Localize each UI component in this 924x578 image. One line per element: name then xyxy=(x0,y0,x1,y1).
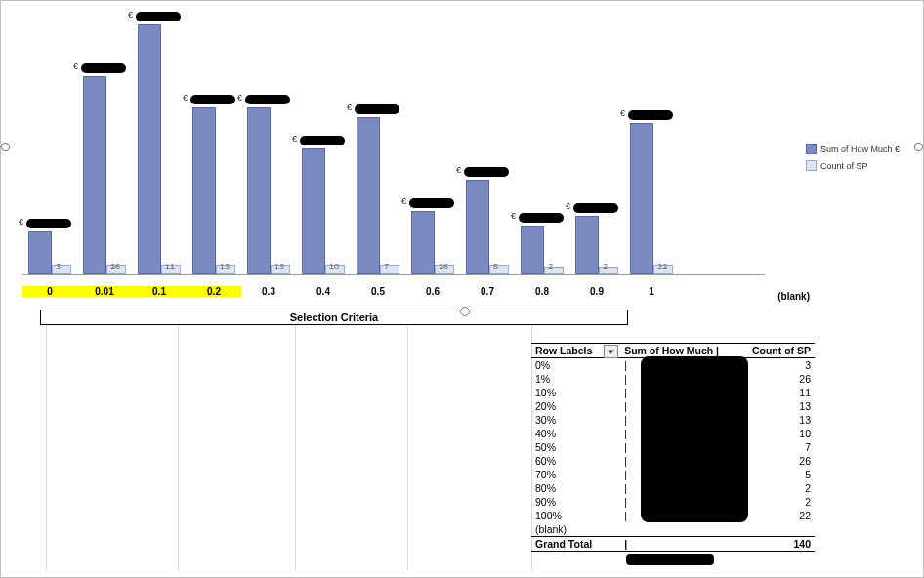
redaction-mark xyxy=(628,110,673,120)
bar-sum[interactable] xyxy=(411,211,435,274)
pivot-row-label: 10% xyxy=(531,386,620,399)
x-axis-tick-label: 0.5 xyxy=(351,286,405,297)
pivot-count-cell: 26 xyxy=(740,454,815,468)
pivot-count-cell: 26 xyxy=(740,372,815,386)
table-row-grand-total[interactable]: Grand Total|140 xyxy=(531,537,815,552)
x-axis-tick-label: 0.7 xyxy=(460,286,515,297)
pivot-grand-count: 140 xyxy=(740,537,815,552)
redaction-mark xyxy=(573,203,618,213)
pivot-count-cell: 3 xyxy=(740,358,815,373)
table-row-blank[interactable]: (blank) xyxy=(531,522,815,537)
chart-category[interactable]: €26 xyxy=(405,7,460,275)
pivot-row-label: 90% xyxy=(531,495,620,509)
pivot-row-label: 50% xyxy=(531,440,620,454)
pivot-count-cell: 5 xyxy=(740,468,815,481)
x-axis-tick-label: 0.01 xyxy=(77,286,132,297)
x-axis-tick-label: 0 xyxy=(22,286,77,297)
legend-swatch-icon xyxy=(806,160,817,171)
chart-category[interactable]: €3 xyxy=(22,7,77,275)
x-axis-labels: 00.010.10.20.30.40.50.60.70.80.91 xyxy=(22,286,765,302)
legend-label: Sum of How Much € xyxy=(820,144,900,154)
bar-sum[interactable] xyxy=(192,107,216,274)
chart-category[interactable]: €13 xyxy=(187,7,241,275)
pivot-count-cell: 2 xyxy=(740,481,815,495)
legend-label: Count of SP xyxy=(820,161,868,171)
redaction-mark xyxy=(81,63,126,73)
redaction-mark xyxy=(136,12,181,21)
redaction-mark xyxy=(355,104,399,114)
chart-plot-area: €3€26€11€13€13€10€7€26€5€2€2€22 xyxy=(22,7,765,275)
chart-resize-handle-s[interactable] xyxy=(460,307,470,316)
pivot-row-label: 40% xyxy=(531,427,620,440)
pivot-count-cell: 10 xyxy=(740,427,815,440)
chart-category[interactable]: €2 xyxy=(515,7,569,275)
bar-sum[interactable] xyxy=(466,180,489,274)
pivot-count-cell: 22 xyxy=(740,509,815,522)
x-axis-blank-label: (blank) xyxy=(777,291,810,302)
pivot-row-label: 80% xyxy=(531,481,620,495)
pivot-row-label: 20% xyxy=(531,399,620,413)
pivot-row-label: 60% xyxy=(531,454,620,468)
chart-category[interactable]: €5 xyxy=(460,7,515,275)
bar-sum[interactable] xyxy=(357,117,380,274)
legend-item-count[interactable]: Count of SP xyxy=(806,160,907,171)
redaction-mark xyxy=(190,95,235,104)
chart-category[interactable]: €26 xyxy=(77,7,132,275)
bar-sum[interactable] xyxy=(521,226,544,274)
x-axis-tick-label: 1 xyxy=(624,286,679,297)
row-labels-filter-button[interactable] xyxy=(604,345,618,358)
redaction-mark xyxy=(26,219,71,228)
app-window: €3€26€11€13€13€10€7€26€5€2€2€22 00.010.1… xyxy=(0,0,924,578)
selection-criteria-label: Selection Criteria xyxy=(290,311,378,323)
bar-sum[interactable] xyxy=(630,123,653,274)
legend-item-sum[interactable]: Sum of How Much € xyxy=(806,144,907,154)
redaction-mark xyxy=(464,167,509,177)
x-axis-tick-label: 0.2 xyxy=(187,286,241,297)
chart-category[interactable]: €7 xyxy=(351,7,405,275)
redaction-mark xyxy=(641,356,748,522)
redaction-mark xyxy=(300,136,345,145)
legend-swatch-icon xyxy=(806,144,817,154)
chart-category[interactable]: €10 xyxy=(296,7,351,275)
bar-sum[interactable] xyxy=(138,24,161,274)
x-axis-tick-label: 0.4 xyxy=(296,286,351,297)
pivot-grand-label: Grand Total xyxy=(531,537,620,552)
chart-category[interactable]: €2 xyxy=(569,7,624,275)
redaction-mark xyxy=(409,198,454,208)
redaction-mark xyxy=(245,95,290,104)
pivot-row-label: 1% xyxy=(531,372,620,386)
chart-category[interactable]: €22 xyxy=(624,7,679,275)
chart-legend[interactable]: Sum of How Much € Count of SP xyxy=(806,144,907,177)
x-axis-tick-label: 0.6 xyxy=(405,286,460,297)
redaction-mark xyxy=(626,554,714,565)
pivot-count-cell: 7 xyxy=(740,440,815,454)
chart-category[interactable]: €13 xyxy=(241,7,296,275)
bar-sum[interactable] xyxy=(302,148,325,274)
x-axis-tick-label: 0.8 xyxy=(515,286,569,297)
selection-criteria-header: Selection Criteria xyxy=(40,310,628,325)
bar-sum[interactable] xyxy=(28,231,52,274)
pivot-header-count: Count of SP xyxy=(752,345,811,356)
pivot-row-label: 70% xyxy=(531,468,620,481)
pivot-row-label: 100% xyxy=(531,509,620,522)
bar-sum[interactable] xyxy=(247,107,271,274)
x-axis-tick-label: 0.3 xyxy=(241,286,296,297)
bar-sum[interactable] xyxy=(575,216,599,274)
pivot-count-cell: 13 xyxy=(740,413,815,427)
bar-sum[interactable] xyxy=(83,76,106,274)
redaction-mark xyxy=(519,213,564,223)
x-axis-tick-label: 0.9 xyxy=(569,286,624,297)
pivot-row-label: (blank) xyxy=(531,522,620,537)
pivot-header-row-labels: Row Labels xyxy=(535,345,592,356)
x-axis-tick-label: 0.1 xyxy=(132,286,187,297)
pivot-row-label: 0% xyxy=(531,358,620,373)
pivot-count-cell: 11 xyxy=(740,386,815,399)
data-label-count: 22 xyxy=(657,262,726,271)
pivot-chart[interactable]: €3€26€11€13€13€10€7€26€5€2€2€22 00.010.1… xyxy=(7,7,917,308)
pivot-sum-cell: | xyxy=(620,537,740,552)
pivot-count-cell: 2 xyxy=(740,495,815,509)
chevron-down-icon xyxy=(608,350,614,354)
pivot-header-sum: Sum of How Much | xyxy=(624,345,719,356)
chart-category[interactable]: €11 xyxy=(132,7,187,275)
pivot-row-label: 30% xyxy=(531,413,620,427)
